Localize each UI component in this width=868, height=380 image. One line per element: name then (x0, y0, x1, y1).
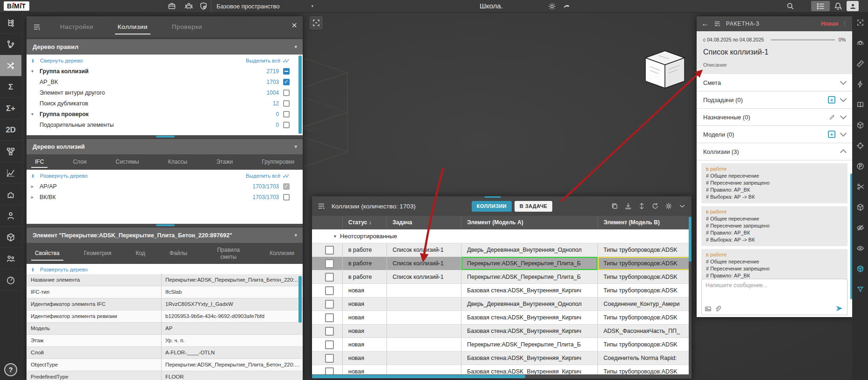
collision-row[interactable]: в работеСписок коллизий-1Перекрытие:ADSK… (312, 257, 692, 270)
sidebar-tool-scheme[interactable] (0, 141, 21, 162)
row-checkbox[interactable] (325, 367, 334, 375)
viewport-tool-orbit[interactable] (852, 33, 868, 53)
task-section-Смета[interactable]: Смета (697, 74, 852, 91)
sidebar-tool-sum-plus[interactable]: Σ+ (0, 98, 21, 119)
collapse-tree-link[interactable]: Свернуть дерево (40, 58, 83, 63)
more-options-icon[interactable]: ⋮ (842, 21, 848, 27)
projects-button[interactable] (166, 1, 178, 11)
share-button[interactable] (561, 1, 573, 11)
collision-row[interactable]: новаяБазовая стена:ADSK_Внутренняя_Кирпи… (312, 284, 692, 297)
rule-checkbox[interactable] (283, 122, 290, 128)
collision-row[interactable]: новаяБазовая стена:ADSK_Внутренняя_Кирпи… (312, 365, 692, 374)
table-refresh-button[interactable] (651, 202, 659, 210)
viewport-tool-book[interactable] (852, 94, 868, 115)
collision-row[interactable]: новаяБазовая стена:ADSK_Внутренняя_Кирпи… (312, 352, 692, 365)
rule-checkbox[interactable] (283, 111, 290, 117)
back-button[interactable]: ← (701, 19, 709, 28)
sidebar-tool-2d[interactable]: 2D (0, 119, 21, 141)
rules-tree-row[interactable]: Элемент внтури другого1004 (27, 87, 303, 98)
task-section-Модели[interactable]: Модели (0)+ (697, 126, 852, 143)
rules-tree-row[interactable]: ▾Группа проверок0 (27, 109, 303, 119)
row-checkbox[interactable] (325, 273, 334, 282)
column-element-b[interactable]: Элемент (Модель B) (597, 216, 692, 229)
element-tab-Свойства[interactable]: Свойства (35, 243, 60, 264)
collision-tree-tab-IFC[interactable]: IFC (35, 154, 44, 170)
rule-checkbox[interactable] (283, 68, 290, 75)
notifications-button[interactable] (832, 1, 844, 11)
workspace-selector[interactable]: Базовое пространство ▾ (217, 0, 313, 12)
row-checkbox[interactable] (325, 313, 334, 322)
viewport-tool-capture[interactable] (852, 12, 868, 33)
element-tab-Геометрия[interactable]: Геометрия (84, 243, 111, 264)
close-panel-button[interactable]: × (292, 20, 297, 31)
task-section-Назначенные[interactable]: Назначенные (0) (697, 109, 852, 126)
search-button[interactable] (784, 1, 796, 11)
column-status[interactable]: Статус ↓ (342, 216, 387, 229)
sidebar-tool-sum[interactable]: Σ (0, 76, 21, 98)
viewport-tool-parking[interactable] (852, 156, 868, 176)
task-name[interactable]: Список коллизий-1 (703, 48, 846, 56)
rules-tree-header[interactable]: Дерево правил ▾ (27, 39, 303, 55)
collision-row[interactable]: в работеСписок коллизий-1Дверь_Деревянна… (312, 243, 692, 257)
element-tab-Файлы[interactable]: Файлы (170, 243, 187, 264)
row-checkbox[interactable] (325, 354, 334, 363)
chevron-up-icon[interactable] (840, 149, 847, 156)
project-settings-button[interactable] (546, 1, 558, 11)
row-checkbox[interactable] (325, 286, 334, 295)
help-button[interactable]: ? (4, 363, 17, 376)
rules-tree-hscrollbar[interactable] (27, 135, 303, 138)
tab-checks[interactable]: Проверки (172, 16, 202, 37)
collision-tree-tab-Классы[interactable]: Классы (168, 154, 187, 170)
table-hscrollbar[interactable] (312, 374, 692, 379)
rule-checkbox[interactable] (283, 90, 290, 96)
table-collapse-button[interactable] (678, 202, 686, 210)
table-vscrollbar[interactable] (689, 216, 692, 374)
attach-image-icon[interactable] (705, 305, 712, 312)
collision-card[interactable]: в работе# Общее пересечение# Пересечение… (701, 163, 848, 203)
table-settings-button[interactable] (665, 202, 672, 210)
viewport-tool-target[interactable] (852, 135, 868, 156)
expand-properties-link[interactable]: Развернуть дерево (40, 267, 88, 272)
row-checkbox[interactable] (325, 300, 334, 309)
table-group-row[interactable]: ▾Неотсортированные (312, 229, 692, 243)
collision-row[interactable]: новаяБазовая стена:ADSK_Внутренняя_Кирпи… (312, 311, 692, 325)
viewport-capture-button[interactable] (309, 16, 323, 30)
sidebar-tool-gauge[interactable] (0, 269, 21, 291)
task-list-button[interactable] (811, 1, 830, 11)
row-checkbox[interactable] (325, 246, 334, 255)
select-all-link[interactable]: Выделить всё ✓✓ (246, 57, 298, 64)
table-menu-icon[interactable] (318, 202, 326, 210)
task-section-Подзадачи[interactable]: Подзадачи (0)+ (697, 91, 852, 109)
model-pair-checkbox[interactable] (283, 194, 290, 200)
expand-tree-link[interactable]: Развернуть дерево (40, 173, 88, 179)
task-section-Коллизии[interactable]: Коллизии (3) (697, 143, 852, 160)
sidebar-tool-hierarchy[interactable] (0, 12, 21, 34)
collision-tree-tab-Этажи[interactable]: Этажи (216, 154, 232, 170)
tab-settings[interactable]: Настройки (60, 16, 94, 37)
sidebar-tool-team[interactable] (0, 248, 21, 269)
element-tab-Код[interactable]: Код (136, 243, 145, 264)
chevron-down-icon[interactable] (840, 96, 847, 102)
viewport-tool-bolt[interactable] (852, 74, 868, 94)
properties-scrollbar[interactable] (298, 276, 302, 323)
viewport-tool-box[interactable] (852, 197, 868, 217)
collision-card[interactable]: в работе# Общее пересечение# Пересечение… (701, 206, 848, 246)
viewport-tool-filter[interactable] (852, 279, 868, 299)
collision-tree-hscrollbar[interactable] (27, 224, 303, 227)
collision-tree-tab-Группировки[interactable]: Группировки (262, 154, 294, 170)
table-duplicate-button[interactable] (611, 202, 618, 210)
viewport-tool-eye[interactable] (852, 238, 868, 258)
model-pair-checkbox[interactable] (283, 183, 290, 190)
collision-card[interactable]: в работе# Общее пересечение# Пересечение… (701, 249, 848, 282)
viewport-tool-section[interactable] (852, 115, 868, 135)
paperclip-icon[interactable] (714, 305, 721, 312)
app-logo[interactable]: BiMiT (4, 1, 29, 11)
send-message-button[interactable] (835, 304, 843, 312)
collision-tree-row[interactable]: ▸АР/АР1703/1703 (27, 181, 303, 192)
viewport-tool-scissors[interactable] (852, 176, 868, 197)
panel-menu-icon[interactable] (33, 23, 41, 31)
column-task[interactable]: Задача (387, 216, 461, 229)
row-checkbox[interactable] (325, 259, 334, 268)
add-icon[interactable]: + (828, 96, 835, 104)
sidebar-tool-person[interactable] (0, 205, 21, 227)
